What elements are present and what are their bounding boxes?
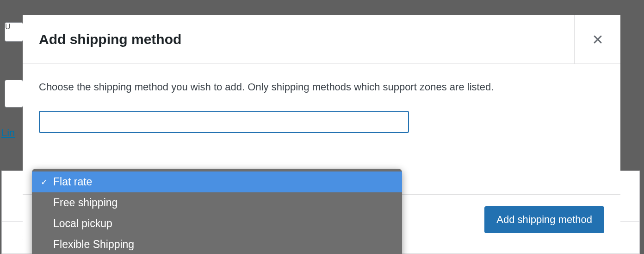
background-button-2 [5,80,23,108]
dropdown-option-label: Free shipping [53,197,396,209]
background-link: Lin [1,127,15,139]
check-icon: ✓ [38,177,50,187]
shipping-method-dropdown: ✓ Flat rate Free shipping Local pickup F… [32,169,402,254]
dropdown-option-label: Flexible Shipping [53,238,396,251]
dropdown-option-label: Local pickup [53,217,396,230]
modal-body: Choose the shipping method you wish to a… [23,64,620,194]
modal-header: Add shipping method [23,15,620,64]
background-button-1: U [5,22,23,42]
dropdown-option-flexible-shipping[interactable]: Flexible Shipping [32,234,402,254]
add-shipping-method-modal: Add shipping method Choose the shipping … [23,15,620,244]
dropdown-option-local-pickup[interactable]: Local pickup [32,213,402,234]
close-button[interactable] [574,15,620,64]
dropdown-option-label: Flat rate [53,176,396,188]
dropdown-option-flat-rate[interactable]: ✓ Flat rate [32,171,402,192]
close-icon [592,34,603,45]
modal-description: Choose the shipping method you wish to a… [39,80,604,95]
shipping-method-select[interactable] [39,111,409,133]
modal-title: Add shipping method [23,32,181,47]
dropdown-option-free-shipping[interactable]: Free shipping [32,192,402,213]
add-shipping-method-button[interactable]: Add shipping method [484,206,604,233]
